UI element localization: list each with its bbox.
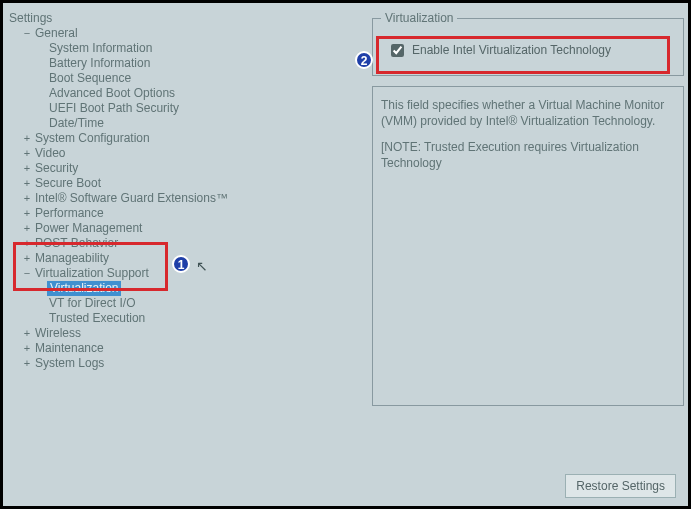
- expand-icon[interactable]: +: [21, 206, 33, 221]
- tree-item-datetime[interactable]: Date/Time: [7, 116, 364, 131]
- tree-item-sysinfo[interactable]: System Information: [7, 41, 364, 56]
- tree-item-sysconf[interactable]: + System Configuration: [7, 131, 364, 146]
- restore-settings-button[interactable]: Restore Settings: [565, 474, 676, 498]
- expand-icon[interactable]: +: [21, 221, 33, 236]
- expand-icon[interactable]: +: [21, 176, 33, 191]
- tree-root: Settings: [7, 11, 364, 26]
- expand-icon[interactable]: +: [21, 341, 33, 356]
- collapse-icon[interactable]: −: [21, 266, 33, 281]
- tree-item-post[interactable]: + POST Behavior: [7, 236, 364, 251]
- expand-icon[interactable]: +: [21, 191, 33, 206]
- expand-icon[interactable]: +: [21, 251, 33, 266]
- enable-vt-label: Enable Intel Virtualization Technology: [412, 43, 611, 57]
- settings-root-label: Settings: [7, 11, 54, 26]
- tree-item-video[interactable]: + Video: [7, 146, 364, 161]
- tree-item-uefisec[interactable]: UEFI Boot Path Security: [7, 101, 364, 116]
- expand-icon[interactable]: +: [21, 326, 33, 341]
- tree-item-syslogs[interactable]: + System Logs: [7, 356, 364, 371]
- fieldset-legend: Virtualization: [381, 11, 457, 25]
- tree-item-manageability[interactable]: + Manageability: [7, 251, 364, 266]
- selected-item: Virtualization: [47, 281, 121, 296]
- tree-item-general[interactable]: − General: [7, 26, 364, 41]
- tree-item-trusted[interactable]: Trusted Execution: [7, 311, 364, 326]
- enable-vt-checkbox[interactable]: [391, 44, 404, 57]
- description-line-2: [NOTE: Trusted Execution requires Virtua…: [381, 139, 675, 171]
- tree-item-virt-support[interactable]: − Virtualization Support: [7, 266, 364, 281]
- virtualization-fieldset: Virtualization Enable Intel Virtualizati…: [372, 11, 684, 76]
- expand-icon[interactable]: +: [21, 131, 33, 146]
- tree-item-sgx[interactable]: + Intel® Software Guard Extensions™: [7, 191, 364, 206]
- tree-item-performance[interactable]: + Performance: [7, 206, 364, 221]
- expand-icon[interactable]: +: [21, 356, 33, 371]
- expand-icon[interactable]: +: [21, 236, 33, 251]
- tree-item-power[interactable]: + Power Management: [7, 221, 364, 236]
- expand-icon[interactable]: +: [21, 146, 33, 161]
- description-box: This field specifies whether a Virtual M…: [372, 86, 684, 406]
- tree-item-vtio[interactable]: VT for Direct I/O: [7, 296, 364, 311]
- tree-item-advboot[interactable]: Advanced Boot Options: [7, 86, 364, 101]
- expand-icon[interactable]: +: [21, 161, 33, 176]
- tree-item-security[interactable]: + Security: [7, 161, 364, 176]
- tree-item-virtualization[interactable]: Virtualization: [7, 281, 364, 296]
- tree-item-bootseq[interactable]: Boot Sequence: [7, 71, 364, 86]
- collapse-icon[interactable]: −: [21, 26, 33, 41]
- tree-item-battinfo[interactable]: Battery Information: [7, 56, 364, 71]
- tree-item-wireless[interactable]: + Wireless: [7, 326, 364, 341]
- tree-item-secureboot[interactable]: + Secure Boot: [7, 176, 364, 191]
- description-line-1: This field specifies whether a Virtual M…: [381, 97, 675, 129]
- tree-item-maintenance[interactable]: + Maintenance: [7, 341, 364, 356]
